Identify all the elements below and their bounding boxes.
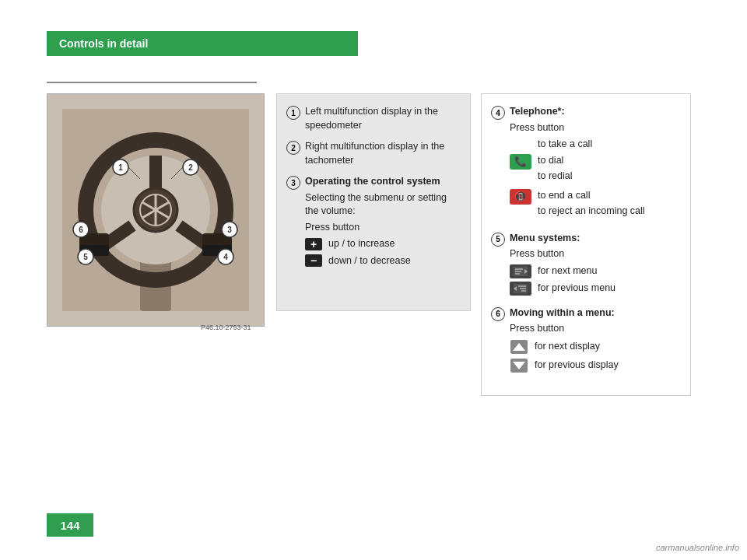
circle-6: 6: [491, 307, 505, 321]
up-increase-text: up / to increase: [328, 237, 395, 251]
svg-rect-36: [518, 285, 526, 287]
red-phone-item: 📵 to end a call to reject an incoming ca…: [510, 189, 645, 221]
arrow-down-display-icon: [510, 358, 528, 373]
svg-rect-32: [515, 271, 521, 272]
menu-prev-item: for previous menu: [510, 282, 615, 296]
svg-rect-31: [515, 268, 523, 270]
for-prev-display-text: for previous display: [535, 359, 619, 373]
svg-text:2: 2: [188, 163, 193, 172]
for-next-display-text: for next display: [535, 340, 600, 354]
plus-button-icon: [305, 238, 322, 250]
header-bar: Controls in detail: [47, 31, 358, 56]
right-info-box: 4 Telephone*: Press button 📞 to take a c…: [481, 93, 691, 396]
page-number: 144: [60, 519, 79, 532]
red-phone-icon: 📵: [510, 189, 531, 205]
minus-item: down / to decrease: [305, 254, 461, 268]
page-number-box: 144: [47, 513, 93, 537]
phone-red-text: to end a call to reject an incoming call: [538, 189, 645, 221]
menu-title: Menu systems:: [510, 232, 615, 246]
svg-rect-37: [520, 288, 526, 289]
svg-text:5: 5: [83, 253, 88, 261]
info-item-1: 1 Left multifunction display in the spee…: [286, 105, 461, 132]
press-button-6: Press button: [510, 322, 619, 336]
svg-text:1: 1: [118, 163, 123, 172]
submenu-text: Selecting the submenu or setting the vol…: [305, 191, 461, 219]
green-phone-item: 📞 to take a call to dial to redial: [510, 138, 645, 186]
phone-green-text: to take a call to dial to redial: [538, 138, 592, 186]
telephone-title: Telephone*:: [510, 105, 645, 119]
info-item-5: 5 Menu systems: Press button for next me…: [491, 232, 681, 299]
circle-2: 2: [286, 141, 300, 155]
svg-text:3: 3: [227, 226, 232, 234]
press-button-label-3: Press button: [305, 221, 461, 235]
circle-4: 4: [491, 106, 505, 120]
press-button-5: Press button: [510, 247, 615, 261]
divider-line: [47, 82, 257, 83]
photo-caption: P46.10-2753-31: [201, 324, 251, 331]
info-item-4: 4 Telephone*: Press button 📞 to take a c…: [491, 105, 681, 224]
svg-text:4: 4: [223, 253, 228, 261]
info-text-1: Left multifunction display in the speedo…: [305, 105, 461, 132]
info-item-2: 2 Right multifunction display in the tac…: [286, 140, 461, 167]
info-item-3: 3 Operating the control system Selecting…: [286, 175, 461, 271]
svg-rect-38: [521, 290, 526, 292]
down-decrease-text: down / to decrease: [328, 254, 411, 268]
for-next-menu-text: for next menu: [538, 264, 597, 278]
svg-text:6: 6: [79, 226, 83, 234]
steering-wheel-image: 1 2 3 4 5 6: [47, 93, 265, 327]
next-display-item: for next display: [510, 339, 619, 355]
info-text-2: Right multifunction display in the tacho…: [305, 140, 461, 167]
left-info-box: 1 Left multifunction display in the spee…: [276, 93, 471, 311]
prev-display-item: for previous display: [510, 358, 619, 373]
for-prev-menu-text: for previous menu: [538, 282, 615, 296]
info-block-3: Operating the control system Selecting t…: [305, 175, 461, 271]
circle-5: 5: [491, 233, 505, 247]
operating-heading: Operating the control system: [305, 175, 461, 189]
menu-block: Menu systems: Press button for next menu: [510, 232, 615, 299]
header-title: Controls in detail: [59, 37, 148, 50]
telephone-block: Telephone*: Press button 📞 to take a cal…: [510, 105, 645, 224]
svg-rect-33: [515, 273, 520, 275]
moving-title: Moving within a menu:: [510, 306, 619, 320]
menu-prev-icon: [510, 282, 531, 296]
arrow-up-display-icon: [510, 339, 528, 355]
plus-item: up / to increase: [305, 237, 461, 251]
circle-1: 1: [286, 106, 300, 120]
menu-next-item: for next menu: [510, 264, 615, 278]
watermark: carmanualsonline.info: [656, 543, 739, 552]
moving-block: Moving within a menu: Press button for n…: [510, 306, 619, 376]
circle-3: 3: [286, 176, 300, 190]
info-item-6: 6 Moving within a menu: Press button for…: [491, 306, 681, 376]
minus-button-icon: [305, 254, 322, 267]
menu-next-icon: [510, 264, 531, 278]
press-button-4: Press button: [510, 121, 645, 135]
green-phone-icon: 📞: [510, 154, 531, 170]
